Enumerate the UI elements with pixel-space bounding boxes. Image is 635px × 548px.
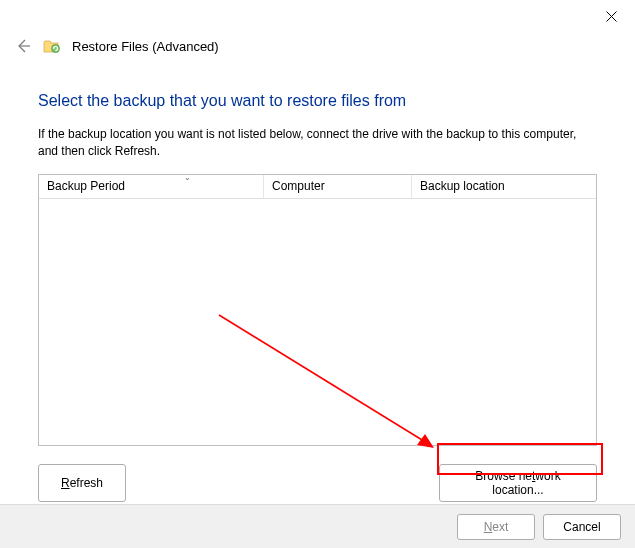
action-buttons-row: Refresh Browse network location... bbox=[38, 464, 597, 502]
page-description: If the backup location you want is not l… bbox=[38, 126, 597, 160]
back-button[interactable] bbox=[14, 37, 32, 55]
close-icon bbox=[606, 11, 617, 22]
header-row: Restore Files (Advanced) bbox=[0, 32, 635, 56]
page-heading: Select the backup that you want to resto… bbox=[38, 92, 597, 110]
footer-bar: Next Cancel bbox=[0, 504, 635, 548]
restore-files-icon bbox=[42, 36, 62, 56]
column-header-backup-period[interactable]: Backup Period ⌄ bbox=[39, 175, 264, 198]
column-label: Backup Period bbox=[47, 179, 125, 193]
titlebar bbox=[0, 0, 635, 32]
refresh-button[interactable]: Refresh bbox=[38, 464, 126, 502]
close-button[interactable] bbox=[595, 2, 627, 30]
back-arrow-icon bbox=[15, 38, 31, 54]
browse-network-location-button[interactable]: Browse network location... bbox=[439, 464, 597, 502]
content-area: Select the backup that you want to resto… bbox=[0, 56, 635, 502]
svg-point-3 bbox=[52, 45, 60, 53]
column-header-backup-location[interactable]: Backup location bbox=[412, 175, 596, 198]
backup-list[interactable]: Backup Period ⌄ Computer Backup location bbox=[38, 174, 597, 446]
sort-indicator-icon: ⌄ bbox=[184, 173, 191, 182]
column-label: Backup location bbox=[420, 179, 505, 193]
restore-files-window: Restore Files (Advanced) Select the back… bbox=[0, 0, 635, 548]
list-header-row: Backup Period ⌄ Computer Backup location bbox=[39, 175, 596, 199]
window-title: Restore Files (Advanced) bbox=[72, 39, 219, 54]
next-button[interactable]: Next bbox=[457, 514, 535, 540]
column-label: Computer bbox=[272, 179, 325, 193]
column-header-computer[interactable]: Computer bbox=[264, 175, 412, 198]
cancel-button[interactable]: Cancel bbox=[543, 514, 621, 540]
